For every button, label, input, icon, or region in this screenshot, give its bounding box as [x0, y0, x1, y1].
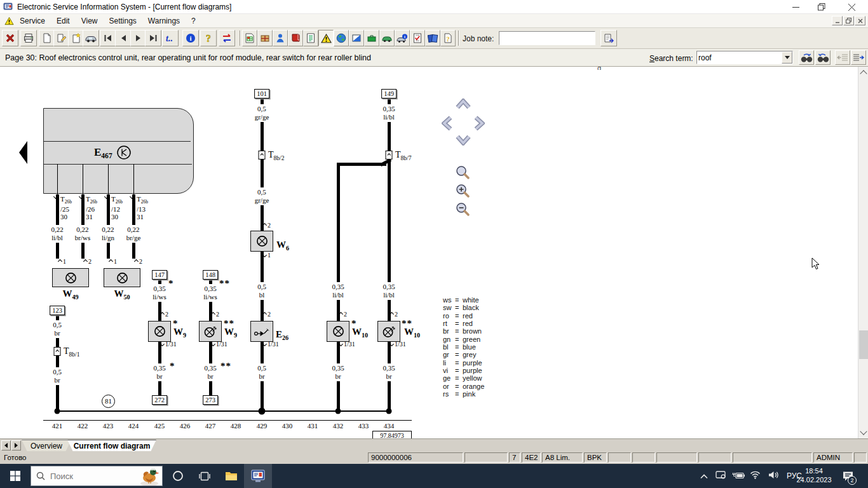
nav-first-icon	[104, 34, 112, 42]
nav-last-button[interactable]	[145, 30, 161, 46]
job-note-edit-button[interactable]	[600, 30, 617, 46]
page-back-arrow[interactable]	[19, 141, 27, 164]
exit-button[interactable]	[2, 30, 18, 46]
taskbar-search-input[interactable]	[50, 471, 120, 481]
pan-left-button[interactable]	[442, 116, 452, 131]
tray-volume-button[interactable]	[764, 470, 783, 482]
wire-spec: 0,5gr/ge	[253, 187, 271, 205]
nav-previous-button[interactable]	[115, 30, 132, 46]
mdi-close-button[interactable]	[855, 16, 865, 25]
tab-scroll-right-button[interactable]	[11, 440, 21, 451]
vehicle-button[interactable]	[83, 30, 99, 46]
search-next-button[interactable]	[799, 50, 814, 65]
chevron-up-icon	[700, 474, 708, 479]
mdi-minimize-button[interactable]	[832, 16, 843, 25]
pan-right-button[interactable]	[474, 116, 485, 131]
tray-battery-button[interactable]	[729, 470, 747, 482]
close-button[interactable]	[839, 0, 864, 14]
info-button[interactable]: i	[182, 30, 199, 46]
zoom-in-button[interactable]	[455, 184, 470, 199]
zoom-tool-button[interactable]	[455, 165, 470, 180]
checklist-button[interactable]	[410, 30, 425, 46]
list-back-button[interactable]	[835, 50, 850, 65]
lamp-w6-label: W6	[276, 240, 289, 252]
exchange-button[interactable]	[219, 30, 235, 46]
mdi-restore-button[interactable]	[843, 16, 854, 25]
lamp-symbol-icon	[154, 325, 166, 337]
title-bar: Electronic Service Information System - …	[0, 0, 868, 14]
taskbar-clock[interactable]: 18:54 24.02.2023	[796, 466, 832, 484]
file-explorer-button[interactable]	[219, 464, 244, 488]
pan-up-button[interactable]	[456, 98, 471, 109]
tab-scroll-left-button[interactable]	[1, 440, 11, 451]
taskbar-search-box[interactable]	[31, 466, 163, 486]
search-previous-button[interactable]	[815, 50, 831, 65]
menu-edit[interactable]: Edit	[51, 15, 76, 27]
flag-button[interactable]	[349, 30, 364, 46]
legend-row: gn=green	[443, 336, 484, 343]
combo-dropdown-button[interactable]	[782, 51, 792, 64]
pan-down-button[interactable]	[456, 135, 471, 146]
footnote-star: *	[168, 278, 174, 289]
arrow-down-icon	[160, 342, 165, 346]
scrollbar-thumb[interactable]	[859, 330, 868, 359]
return-button[interactable]: t..	[162, 30, 179, 46]
zoom-out-button[interactable]	[455, 202, 470, 217]
cortana-button[interactable]	[165, 464, 191, 488]
vertical-scrollbar[interactable]	[858, 67, 868, 438]
scroll-down-button[interactable]	[859, 428, 868, 437]
list-forward-button[interactable]	[851, 50, 866, 65]
tab-overview[interactable]: Overview	[22, 440, 71, 452]
connector-149: 149	[381, 89, 397, 98]
print-button[interactable]	[20, 30, 37, 46]
track-number: 425	[154, 422, 165, 430]
help-button[interactable]: ?	[200, 30, 217, 46]
pin-number: 2	[263, 311, 271, 318]
tab-current-flow-diagram[interactable]: Current flow diagram	[67, 440, 156, 452]
status-ready: Готово	[1, 454, 367, 461]
menu-settings[interactable]: Settings	[104, 15, 142, 27]
doc-list-button[interactable]	[303, 30, 318, 46]
package-button[interactable]	[257, 30, 273, 46]
action-center-button[interactable]	[836, 464, 859, 488]
restore-button[interactable]	[809, 0, 834, 14]
lamp-symbol-icon	[332, 325, 344, 337]
car-info-button[interactable]: i	[395, 30, 410, 46]
doc-question-button[interactable]: ?	[440, 30, 456, 46]
search-term-combobox[interactable]	[696, 51, 793, 64]
menu-service[interactable]: Service	[14, 15, 51, 27]
toolbox-button[interactable]	[364, 30, 379, 46]
task-view-button[interactable]	[192, 464, 217, 488]
wire-segment	[108, 164, 109, 194]
menu-view[interactable]: View	[76, 15, 104, 27]
customer-icon	[275, 33, 285, 43]
tray-wifi-button[interactable]	[747, 470, 764, 482]
legend-row: ws=white	[443, 296, 484, 304]
warnings-button[interactable]	[318, 30, 334, 46]
doc-table-button[interactable]	[242, 30, 257, 46]
pin-number: 1/31	[212, 341, 227, 348]
manuals-button[interactable]	[425, 30, 440, 46]
start-button[interactable]	[0, 464, 31, 488]
scroll-up-button[interactable]	[859, 67, 868, 77]
job-note-input[interactable]	[499, 31, 595, 45]
tray-display-button[interactable]	[712, 470, 729, 482]
mdi-minimize-icon	[835, 18, 840, 24]
connector-123: 123	[50, 306, 65, 315]
arrow-down-icon	[390, 342, 394, 346]
arrow-up-icon	[388, 154, 391, 157]
pin-number: 2	[135, 258, 142, 265]
globe-button[interactable]	[334, 30, 349, 46]
minimize-button[interactable]	[783, 0, 808, 14]
red-book-button[interactable]	[288, 30, 303, 46]
menu-help[interactable]: ?	[186, 15, 201, 27]
application-window: Electronic Service Information System - …	[0, 0, 868, 488]
elsa-app-taskbar-button[interactable]	[244, 464, 272, 488]
menu-warnings[interactable]: Warnings	[142, 15, 186, 27]
customer-button[interactable]	[273, 30, 288, 46]
wire-spec: 0,5bl	[255, 282, 268, 300]
tray-expand-button[interactable]	[696, 470, 712, 482]
car-data-button[interactable]	[379, 30, 395, 46]
search-term-input[interactable]	[698, 52, 780, 63]
nav-first-button[interactable]	[100, 30, 116, 46]
